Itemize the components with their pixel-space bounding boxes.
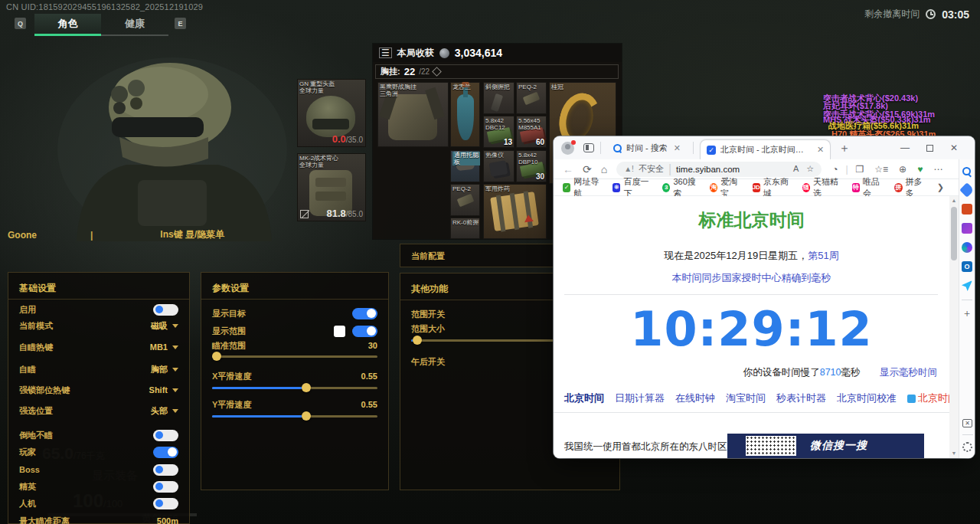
gear-icon[interactable] xyxy=(962,442,972,452)
bookmark-item[interactable]: ✓网址导航 xyxy=(563,176,603,199)
item-ammo-m855a1[interactable]: 5.56x45 M855A1 60 xyxy=(516,116,547,148)
sync-helper-link[interactable]: 北京时间同步助手 xyxy=(907,391,949,405)
sync-link[interactable]: 本时间同步国家授时中心精确到毫秒 xyxy=(554,271,949,285)
show-ms-link[interactable]: 显示毫秒时间 xyxy=(880,367,937,378)
nav-link[interactable]: 北京时间 xyxy=(564,391,604,405)
close-tab-icon[interactable]: ✕ xyxy=(674,143,681,153)
nav-link[interactable]: 在线时钟 xyxy=(675,391,715,405)
device-offset-line: 你的设备时间慢了8710毫秒 显示毫秒时间 xyxy=(554,366,949,379)
wechat-banner[interactable]: 微信搜一搜 xyxy=(727,434,924,458)
item-peq2[interactable]: PEQ-2 xyxy=(516,82,547,114)
enable-toggle[interactable] xyxy=(153,304,178,316)
y-smooth-label: Y平滑速度 xyxy=(212,399,251,411)
nav-link[interactable]: 北京时间校准 xyxy=(837,391,897,405)
bookmark-item[interactable]: JD京东商城 xyxy=(753,176,792,199)
bot-toggle[interactable] xyxy=(153,498,178,509)
mode-select[interactable]: 磁吸 xyxy=(151,320,178,332)
toolbox-icon[interactable] xyxy=(962,204,972,215)
item-label: 5.56x45 xyxy=(518,117,540,124)
tab-preview-icon[interactable] xyxy=(583,143,594,152)
show-range-toggle[interactable] xyxy=(352,326,377,337)
downed-toggle[interactable] xyxy=(153,430,178,441)
bookmark-item[interactable]: 特唯品会 xyxy=(852,176,885,199)
bookmark-icon: ❋ xyxy=(612,183,620,192)
aim-select[interactable]: 胸部 xyxy=(151,364,178,375)
item-ammo-dbc12[interactable]: 5.8x42 DBC12 13 xyxy=(483,116,514,148)
nav-link[interactable]: 日期计算器 xyxy=(615,391,665,405)
item-angled-grip[interactable]: 斜侧握把 xyxy=(483,82,514,114)
minimize-button[interactable]: — xyxy=(900,142,910,153)
grip-image xyxy=(491,93,503,112)
browser-tab-strip: 时间 - 搜索 ✕ ✓ 北京时间 - 北京时间校准精确到毫 ✕ ＋ — ✕ xyxy=(554,136,975,159)
browser-tab-beijing-time[interactable]: ✓ 北京时间 - 北京时间校准精确到毫 ✕ xyxy=(700,139,831,159)
more-menu-icon[interactable]: ⋯ xyxy=(933,164,942,175)
browser-essentials-icon[interactable]: ♥ xyxy=(917,164,923,175)
bookmark-item[interactable]: 拼拼多多 xyxy=(894,176,927,199)
scroll-down-arrow[interactable]: ▼ xyxy=(949,449,959,458)
bookmark-item[interactable]: ❋百度一下 xyxy=(612,176,652,199)
browser-tab-search[interactable]: 时间 - 搜索 ✕ xyxy=(607,138,687,158)
outlook-icon[interactable]: O xyxy=(962,261,972,272)
boss-label: Boss xyxy=(19,465,40,474)
equipped-helmet-slot[interactable]: GN 重型头盔 全球力量 0.0/35.0 xyxy=(297,79,366,147)
new-tab-button[interactable]: ＋ xyxy=(838,141,850,156)
close-button[interactable]: ✕ xyxy=(950,142,958,153)
item-cheek-rest[interactable]: 通用托腮板 xyxy=(450,150,480,182)
back-button[interactable]: ← xyxy=(563,163,573,175)
zoom-text-icon[interactable]: A xyxy=(793,164,799,174)
refresh-button[interactable]: ⟳ xyxy=(583,163,592,175)
banner-text: 微信搜一搜 xyxy=(810,439,867,453)
copilot-icon[interactable]: ◔ xyxy=(832,164,838,175)
games-icon[interactable] xyxy=(962,223,972,234)
aim-hotkey-select[interactable]: MB1 xyxy=(150,342,178,352)
player-toggle[interactable] xyxy=(153,447,178,458)
scrollbar-thumb[interactable] xyxy=(951,207,957,260)
drop-plane-icon[interactable] xyxy=(962,280,972,291)
favorites-icon[interactable]: ☆≡ xyxy=(874,164,888,175)
nav-link[interactable]: 淘宝时间 xyxy=(726,391,766,405)
scroll-up-arrow[interactable]: ▲ xyxy=(949,196,959,205)
item-thermal[interactable]: 热像仪 xyxy=(483,150,514,182)
tab-character[interactable]: 角色 xyxy=(34,14,101,34)
x-smooth-slider[interactable] xyxy=(212,383,377,392)
elite-toggle[interactable] xyxy=(153,481,178,493)
aim-range-slider[interactable] xyxy=(212,352,377,361)
item-chest-rig[interactable]: 黑鹰野战胸挂 三角洲 xyxy=(377,82,449,147)
lock-hotkey-select[interactable]: Shift xyxy=(149,385,178,395)
show-target-toggle[interactable] xyxy=(352,308,377,319)
bookmark-item[interactable]: 3360搜索 xyxy=(662,176,700,199)
aim-range-label: 瞄准范围 xyxy=(212,340,246,352)
tab-health[interactable]: 健康 xyxy=(101,14,168,34)
item-ammo-dbp10[interactable]: 5.8x42 DBP10 30 xyxy=(516,150,547,182)
favorite-star-icon[interactable]: ☆ xyxy=(806,164,814,174)
close-sidebar-icon[interactable]: ✕ xyxy=(962,419,972,427)
bookmarks-overflow-icon[interactable]: ❯ xyxy=(937,182,944,192)
item-peq2-second[interactable]: PEQ-2 xyxy=(450,184,480,216)
profile-avatar[interactable] xyxy=(561,142,574,155)
close-tab-icon[interactable]: ✕ xyxy=(817,145,824,155)
equipped-vest-slot[interactable]: MK-2战术背心 全球力量 81.8/85.0 xyxy=(297,153,366,221)
collections-icon[interactable]: ⊕ xyxy=(899,164,906,175)
security-label: 不安全 xyxy=(639,163,664,175)
page-scrollbar[interactable]: ▲ ▼ xyxy=(949,196,959,458)
maximize-button[interactable] xyxy=(926,145,933,152)
copilot-sidebar-icon[interactable] xyxy=(962,242,972,253)
address-bar[interactable]: ▲! 不安全 | time.syiban.com A ☆ xyxy=(616,162,822,177)
list-icon[interactable]: ☰ xyxy=(379,47,392,58)
sidebar-search-icon[interactable] xyxy=(962,167,972,176)
item-tequila[interactable]: 龙舌兰 xyxy=(450,82,480,147)
split-screen-icon[interactable]: ❐ xyxy=(856,164,864,175)
panel-title: 其他功能 xyxy=(411,283,448,296)
y-smooth-slider[interactable] xyxy=(212,411,377,421)
week-link[interactable]: 第51周 xyxy=(808,250,838,261)
thermal-image xyxy=(489,160,508,177)
bookmark-item[interactable]: 猫天猫精选 xyxy=(802,176,842,199)
lock-position-select[interactable]: 头部 xyxy=(151,405,178,417)
nav-link[interactable]: 秒表计时器 xyxy=(776,391,826,405)
range-color-swatch[interactable] xyxy=(334,326,345,337)
boss-toggle[interactable] xyxy=(153,464,178,476)
shopping-tag-icon[interactable] xyxy=(959,182,975,198)
add-sidebar-item-icon[interactable]: ＋ xyxy=(962,309,972,318)
bookmark-item[interactable]: 淘爱淘宝 xyxy=(710,176,743,199)
home-button[interactable]: ⌂ xyxy=(601,163,607,175)
